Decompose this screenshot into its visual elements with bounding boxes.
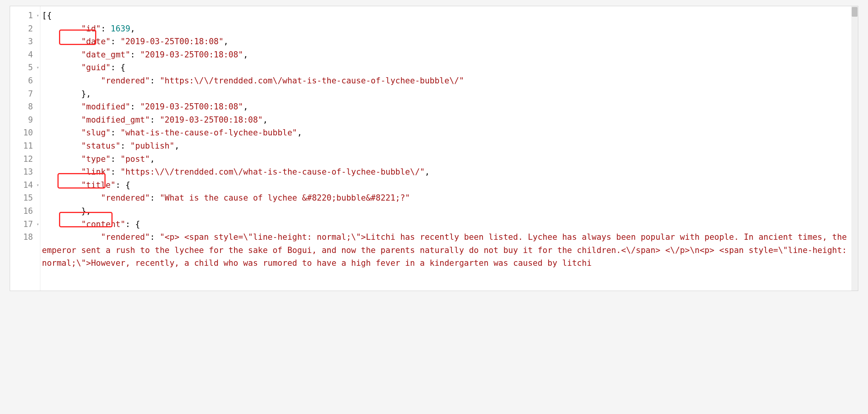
- code-line-5: "guid": {: [42, 61, 858, 74]
- line-number: 1: [10, 9, 40, 23]
- line-number: 3: [10, 35, 40, 49]
- code-line-11: "status": "publish",: [42, 140, 858, 153]
- code-line-18: "rendered": "<p> <span style=\"line-heig…: [42, 231, 858, 270]
- line-number: 5: [10, 61, 40, 74]
- code-line-16: },: [42, 205, 858, 218]
- code-line-14: "title": {: [42, 179, 858, 192]
- highlight-title: [57, 173, 106, 189]
- line-number: 7: [10, 88, 40, 101]
- line-number: 18: [10, 231, 40, 244]
- highlight-content: [59, 212, 113, 227]
- vertical-scrollbar[interactable]: [851, 6, 858, 291]
- line-number-gutter: 1 2 3 4 5 6 7 8 9 10 11 12 13 14 15 16 1…: [10, 6, 40, 291]
- line-number: 13: [10, 166, 40, 179]
- line-number: 16: [10, 205, 40, 218]
- line-number: 4: [10, 49, 40, 62]
- code-content[interactable]: [{ "id": 1639, "date": "2019-03-25T00:18…: [40, 6, 858, 270]
- line-number: 12: [10, 153, 40, 166]
- json-editor[interactable]: 1 2 3 4 5 6 7 8 9 10 11 12 13 14 15 16 1…: [10, 6, 858, 291]
- line-number: 9: [10, 114, 40, 127]
- line-number: 15: [10, 192, 40, 205]
- line-number: 2: [10, 23, 40, 36]
- line-number: 10: [10, 126, 40, 140]
- highlight-date: [59, 29, 96, 45]
- line-number: 8: [10, 100, 40, 114]
- code-line-6: "rendered": "https:\/\/trendded.com\/wha…: [42, 74, 858, 88]
- code-line-12: "type": "post",: [42, 153, 858, 166]
- code-line-2: "id": 1639,: [42, 23, 858, 36]
- code-line-10: "slug": "what-is-the-cause-of-lychee-bub…: [42, 126, 858, 140]
- code-line-17: "content": {: [42, 218, 858, 231]
- code-line-9: "modified_gmt": "2019-03-25T00:18:08",: [42, 114, 858, 127]
- scrollbar-thumb[interactable]: [852, 7, 858, 17]
- code-line-3: "date": "2019-03-25T00:18:08",: [42, 35, 858, 49]
- code-line-4: "date_gmt": "2019-03-25T00:18:08",: [42, 49, 858, 62]
- line-number: 14: [10, 179, 40, 192]
- line-number: 17: [10, 218, 40, 231]
- code-line-8: "modified": "2019-03-25T00:18:08",: [42, 100, 858, 114]
- code-line-1: [{: [42, 9, 858, 23]
- code-line-15: "rendered": "What is the cause of lychee…: [42, 192, 858, 205]
- line-number: 11: [10, 140, 40, 153]
- code-line-13: "link": "https:\/\/trendded.com\/what-is…: [42, 166, 858, 179]
- code-line-7: },: [42, 88, 858, 101]
- line-number: 6: [10, 74, 40, 88]
